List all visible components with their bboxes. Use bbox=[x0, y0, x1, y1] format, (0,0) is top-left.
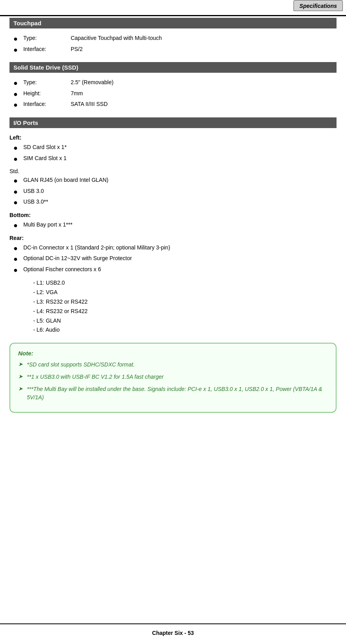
content-area: Touchpad ● Type: Capacitive Touchpad wit… bbox=[0, 0, 346, 436]
list-item: ● Multi Bay port x 1*** bbox=[9, 221, 337, 230]
item-text: SIM Card Slot x 1 bbox=[23, 155, 67, 161]
arrow-icon: ➤ bbox=[18, 373, 23, 380]
ssd-section: Solid State Drive (SSD) ● Type: 2.5" (Re… bbox=[9, 62, 337, 110]
touchpad-section: Touchpad ● Type: Capacitive Touchpad wit… bbox=[9, 18, 337, 54]
bottom-border bbox=[0, 623, 346, 624]
item-value: 7mm bbox=[71, 90, 83, 96]
item-value: PS/2 bbox=[71, 46, 83, 52]
fischer-item: - L5: GLAN bbox=[33, 316, 337, 326]
bullet-icon: ● bbox=[13, 266, 18, 275]
io-bottom-list: ● Multi Bay port x 1*** bbox=[9, 221, 337, 230]
list-item: ● SIM Card Slot x 1 bbox=[9, 155, 337, 164]
bullet-icon: ● bbox=[13, 177, 18, 185]
note-title: Note: bbox=[18, 350, 328, 357]
io-left-label: Left: bbox=[9, 134, 337, 141]
bullet-icon: ● bbox=[13, 101, 18, 110]
item-value: SATA II/III SSD bbox=[71, 101, 108, 107]
io-std-label: Std. bbox=[9, 168, 337, 174]
note-item: ➤ *SD card slot supports SDHC/SDXC forma… bbox=[18, 361, 328, 369]
list-item: ● Optional Fischer connectors x 6 bbox=[9, 266, 337, 275]
bullet-icon: ● bbox=[13, 244, 18, 253]
specs-tab-label: Specifications bbox=[299, 3, 337, 9]
item-label: Interface: bbox=[23, 101, 71, 107]
specs-tab: Specifications bbox=[293, 0, 343, 11]
note-text: **1 x USB3.0 with USB-IF BC V1.2 for 1.5… bbox=[27, 373, 164, 381]
note-item: ➤ **1 x USB3.0 with USB-IF BC V1.2 for 1… bbox=[18, 373, 328, 381]
io-left-group: Left: ● SD Card Slot x 1* ● SIM Card Slo… bbox=[9, 134, 337, 163]
fischer-item: - L3: RS232 or RS422 bbox=[33, 297, 337, 307]
list-item: ● GLAN RJ45 (on board Intel GLAN) bbox=[9, 177, 337, 185]
fischer-item: - L6: Audio bbox=[33, 325, 337, 335]
touchpad-list: ● Type: Capacitive Touchpad with Multi-t… bbox=[9, 35, 337, 54]
bullet-icon: ● bbox=[13, 188, 18, 196]
page-wrapper: Specifications Touchpad ● Type: Capaciti… bbox=[0, 0, 346, 644]
bullet-icon: ● bbox=[13, 255, 18, 264]
arrow-icon: ➤ bbox=[18, 361, 23, 367]
list-item: ● Height: 7mm bbox=[9, 90, 337, 99]
bullet-icon: ● bbox=[13, 198, 18, 207]
io-bottom-group: Bottom: ● Multi Bay port x 1*** bbox=[9, 212, 337, 230]
fischer-item: - L4: RS232 or RS422 bbox=[33, 307, 337, 316]
item-value: 2.5" (Removable) bbox=[71, 79, 113, 85]
bullet-icon: ● bbox=[13, 46, 18, 55]
ssd-list: ● Type: 2.5" (Removable) ● Height: 7mm ●… bbox=[9, 79, 337, 110]
io-std-group: Std. ● GLAN RJ45 (on board Intel GLAN) ●… bbox=[9, 168, 337, 207]
io-left-list: ● SD Card Slot x 1* ● SIM Card Slot x 1 bbox=[9, 144, 337, 163]
list-item: ● Interface: PS/2 bbox=[9, 46, 337, 55]
list-item: ● Type: 2.5" (Removable) bbox=[9, 79, 337, 88]
list-item: ● USB 3.0 bbox=[9, 188, 337, 196]
list-item: ● Type: Capacitive Touchpad with Multi-t… bbox=[9, 35, 337, 43]
item-label: Interface: bbox=[23, 46, 71, 52]
footer: Chapter Six - 53 bbox=[0, 630, 346, 636]
io-header: I/O Ports bbox=[9, 117, 337, 128]
list-item: ● Optional DC-in 12~32V with Surge Prote… bbox=[9, 255, 337, 264]
note-text: ***The Multi Bay will be installed under… bbox=[27, 385, 328, 402]
list-item: ● USB 3.0** bbox=[9, 198, 337, 207]
io-std-list: ● GLAN RJ45 (on board Intel GLAN) ● USB … bbox=[9, 177, 337, 207]
list-item: ● DC-in Connector x 1 (Standard 2-pin; o… bbox=[9, 244, 337, 253]
item-text: SD Card Slot x 1* bbox=[23, 144, 67, 150]
item-label: Height: bbox=[23, 90, 71, 96]
fischer-item: - L1: USB2.0 bbox=[33, 278, 337, 288]
footer-label: Chapter Six - 53 bbox=[152, 630, 194, 636]
io-section: I/O Ports Left: ● SD Card Slot x 1* ● SI… bbox=[9, 117, 337, 335]
item-text: Optional DC-in 12~32V with Surge Protect… bbox=[23, 255, 132, 261]
bullet-icon: ● bbox=[13, 221, 18, 230]
io-rear-list: ● DC-in Connector x 1 (Standard 2-pin; o… bbox=[9, 244, 337, 275]
bullet-icon: ● bbox=[13, 35, 18, 43]
fischer-item: - L2: VGA bbox=[33, 288, 337, 297]
bullet-icon: ● bbox=[13, 144, 18, 153]
io-bottom-label: Bottom: bbox=[9, 212, 337, 218]
io-rear-group: Rear: ● DC-in Connector x 1 (Standard 2-… bbox=[9, 235, 337, 335]
item-value: Capacitive Touchpad with Multi-touch bbox=[71, 35, 162, 41]
item-text: Multi Bay port x 1*** bbox=[23, 221, 73, 228]
item-label: Type: bbox=[23, 35, 71, 41]
item-text: DC-in Connector x 1 (Standard 2-pin; opt… bbox=[23, 244, 170, 251]
note-box: Note: ➤ *SD card slot supports SDHC/SDXC… bbox=[9, 343, 337, 413]
item-text: USB 3.0** bbox=[23, 198, 48, 205]
io-rear-label: Rear: bbox=[9, 235, 337, 241]
bullet-icon: ● bbox=[13, 79, 18, 88]
list-item: ● Interface: SATA II/III SSD bbox=[9, 101, 337, 110]
ssd-header: Solid State Drive (SSD) bbox=[9, 62, 337, 73]
list-item: ● SD Card Slot x 1* bbox=[9, 144, 337, 153]
note-item: ➤ ***The Multi Bay will be installed und… bbox=[18, 385, 328, 402]
item-text: USB 3.0 bbox=[23, 188, 44, 194]
note-text: *SD card slot supports SDHC/SDXC format. bbox=[27, 361, 135, 369]
item-text: Optional Fischer connectors x 6 bbox=[23, 266, 101, 272]
bullet-icon: ● bbox=[13, 90, 18, 99]
item-label: Type: bbox=[23, 79, 71, 85]
bullet-icon: ● bbox=[13, 155, 18, 164]
top-border bbox=[0, 15, 346, 16]
fischer-sub-items: - L1: USB2.0 - L2: VGA - L3: RS232 or RS… bbox=[9, 278, 337, 335]
arrow-icon: ➤ bbox=[18, 385, 23, 392]
touchpad-header: Touchpad bbox=[9, 18, 337, 28]
item-text: GLAN RJ45 (on board Intel GLAN) bbox=[23, 177, 109, 183]
